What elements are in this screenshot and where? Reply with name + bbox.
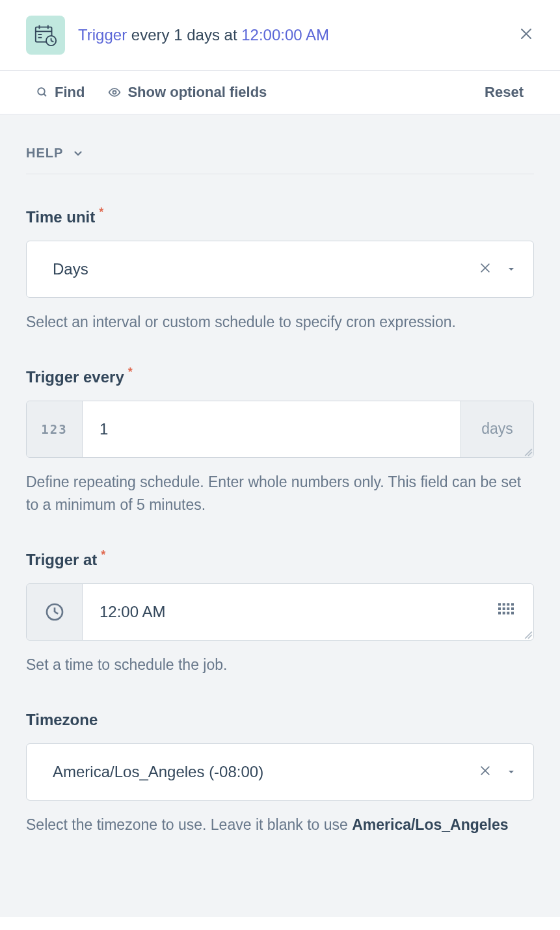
help-label: HELP [26,146,63,161]
field-timezone: Timezone America/Los_Angeles (-08:00) Se… [26,711,534,837]
dialog-title-time-link[interactable]: 12:00:00 AM [241,26,329,44]
caret-down-icon [506,264,516,274]
show-optional-fields-button[interactable]: Show optional fields [108,84,267,101]
grid-icon [496,600,516,620]
trigger-at-label-text: Trigger at [26,551,97,569]
svg-line-12 [44,94,46,96]
timezone-label: Timezone [26,711,534,729]
field-trigger-every: Trigger every * 123 1 days Define repeat… [26,368,534,517]
data-picker-button[interactable] [496,600,516,624]
clock-icon [44,602,65,622]
trigger-every-input-group: 123 1 days [26,401,534,458]
svg-point-13 [113,91,116,94]
time-unit-select[interactable]: Days [26,241,534,298]
trigger-every-suffix: days [460,401,533,457]
svg-rect-26 [503,607,505,610]
trigger-every-help: Define repeating schedule. Enter whole n… [26,471,534,517]
timezone-caret[interactable] [506,763,516,781]
trigger-at-help: Set a time to schedule the job. [26,654,534,677]
time-unit-help: Select an interval or custom schedule to… [26,311,534,334]
caret-down-icon [506,767,516,777]
svg-rect-22 [503,603,505,605]
time-unit-clear-button[interactable] [479,260,492,278]
svg-rect-24 [511,603,514,605]
timezone-help-prefix: Select the timezone to use. Leave it bla… [26,816,352,833]
field-trigger-at: Trigger at * 12:00 AM Set a time to sche… [26,551,534,677]
svg-rect-32 [511,612,514,615]
trigger-every-label-text: Trigger every [26,368,124,386]
timezone-clear-button[interactable] [479,763,492,781]
required-indicator: * [101,548,105,562]
dialog-title: Trigger every 1 days at 12:00:00 AM [78,26,329,44]
numeric-type-indicator: 123 [27,401,83,457]
reset-button[interactable]: Reset [485,84,524,101]
trigger-every-label: Trigger every * [26,368,534,386]
timezone-label-text: Timezone [26,711,98,729]
svg-rect-27 [507,607,509,610]
svg-rect-28 [511,607,514,610]
trigger-every-value: 1 [100,420,108,438]
time-unit-label: Time unit * [26,208,534,226]
time-unit-value: Days [53,260,479,278]
find-button[interactable]: Find [36,84,85,101]
trigger-at-value: 12:00 AM [100,603,165,621]
required-indicator: * [99,206,103,219]
trigger-at-input-group: 12:00 AM [26,583,534,641]
form-body: HELP Time unit * Days Select an interval… [0,114,560,917]
svg-rect-23 [507,603,509,605]
dialog-title-trigger-link[interactable]: Trigger [78,26,127,44]
svg-line-20 [55,612,58,614]
dialog-title-middle: every 1 days at [131,26,237,44]
time-unit-caret[interactable] [506,260,516,278]
eye-icon [108,86,121,99]
close-icon [518,26,534,42]
time-type-indicator [27,584,83,640]
toolbar: Find Show optional fields Reset [0,71,560,114]
timezone-select[interactable]: America/Los_Angeles (-08:00) [26,743,534,801]
search-icon [36,86,48,98]
svg-rect-25 [498,607,501,610]
time-unit-label-text: Time unit [26,208,95,226]
schedule-icon [26,16,65,55]
chevron-down-icon [72,148,84,159]
svg-rect-30 [503,612,505,615]
find-label: Find [55,84,85,101]
help-toggle[interactable]: HELP [26,146,534,174]
svg-rect-21 [498,603,501,605]
field-time-unit: Time unit * Days Select an interval or c… [26,208,534,334]
svg-rect-31 [507,612,509,615]
timezone-help-default: America/Los_Angeles [352,816,508,833]
show-optional-fields-label: Show optional fields [127,84,267,101]
close-icon [479,764,492,777]
close-button[interactable] [518,26,534,44]
svg-rect-29 [498,612,501,615]
timezone-value: America/Los_Angeles (-08:00) [53,763,479,781]
close-icon [479,261,492,274]
trigger-every-input[interactable]: 1 [83,401,460,457]
required-indicator: * [128,365,133,379]
timezone-help: Select the timezone to use. Leave it bla… [26,814,534,837]
trigger-at-input[interactable]: 12:00 AM [83,584,533,640]
trigger-at-label: Trigger at * [26,551,534,569]
dialog-header: Trigger every 1 days at 12:00:00 AM [0,0,560,71]
svg-point-11 [38,88,45,95]
digits-icon: 123 [41,422,67,436]
